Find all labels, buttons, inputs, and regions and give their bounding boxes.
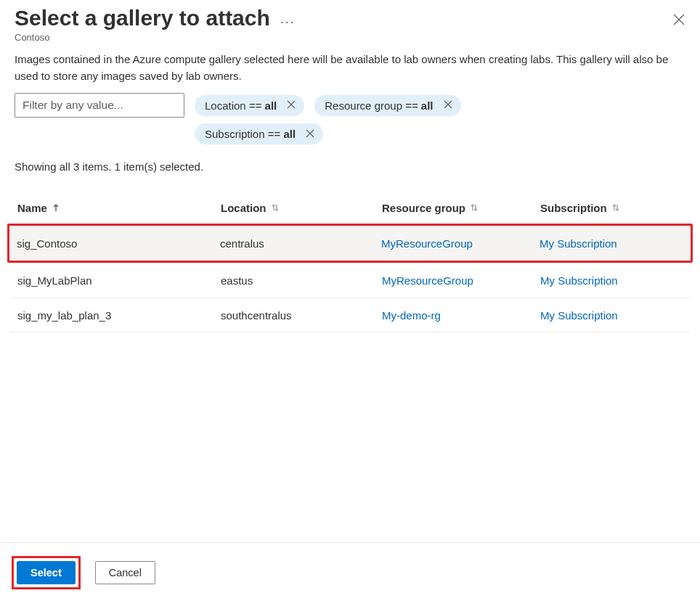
- column-header-resource-group[interactable]: Resource group: [382, 202, 540, 214]
- table-row[interactable]: sig_Contoso centralus MyResourceGroup My…: [9, 226, 691, 261]
- select-button[interactable]: Select: [17, 561, 76, 584]
- panel-footer: Select Cancel: [0, 542, 700, 601]
- cell-resource-group-link[interactable]: My-demo-rg: [382, 309, 540, 322]
- column-header-name[interactable]: Name: [17, 202, 221, 214]
- filter-input[interactable]: [15, 93, 184, 118]
- sort-icon: [611, 203, 620, 212]
- gallery-table: Name Location Resource group Subscriptio…: [0, 180, 700, 542]
- sort-icon: [271, 203, 280, 212]
- cell-location: centralus: [220, 237, 381, 250]
- more-actions-icon[interactable]: ···: [280, 8, 296, 28]
- cell-location: eastus: [221, 274, 382, 287]
- close-icon[interactable]: [672, 6, 685, 28]
- filter-pill-location-text: Location == all: [205, 99, 277, 112]
- title-row: Select a gallery to attach ···: [15, 6, 672, 30]
- panel-title: Select a gallery to attach: [15, 6, 270, 30]
- column-header-name-label: Name: [17, 202, 47, 214]
- column-header-subscription[interactable]: Subscription: [540, 202, 683, 214]
- cell-name: sig_MyLabPlan: [17, 274, 221, 287]
- cell-resource-group-link[interactable]: MyResourceGroup: [381, 237, 540, 250]
- cell-subscription-link[interactable]: My Subscription: [540, 237, 683, 250]
- table-row[interactable]: sig_MyLabPlan eastus MyResourceGroup My …: [10, 263, 690, 298]
- filters-row-2: Subscription == all: [0, 123, 700, 150]
- remove-filter-location-icon[interactable]: [284, 99, 298, 111]
- cell-name: sig_Contoso: [17, 237, 220, 250]
- cell-resource-group-link[interactable]: MyResourceGroup: [382, 274, 540, 287]
- filters-row: Location == all Resource group == all: [0, 87, 700, 123]
- sort-asc-icon: [52, 203, 60, 212]
- column-header-location[interactable]: Location: [221, 202, 382, 214]
- cell-name: sig_my_lab_plan_3: [17, 309, 221, 322]
- filter-pill-resource-group[interactable]: Resource group == all: [314, 95, 460, 116]
- filter-pill-subscription[interactable]: Subscription == all: [195, 123, 323, 144]
- cell-subscription-link[interactable]: My Subscription: [540, 274, 683, 287]
- panel-description: Images contained in the Azure compute ga…: [0, 43, 700, 87]
- table-row[interactable]: sig_my_lab_plan_3 southcentralus My-demo…: [10, 298, 690, 332]
- title-block: Select a gallery to attach ··· Contoso: [15, 6, 672, 43]
- column-header-rg-label: Resource group: [382, 202, 465, 214]
- table-header-row: Name Location Resource group Subscriptio…: [10, 192, 690, 224]
- cell-subscription-link[interactable]: My Subscription: [540, 309, 683, 322]
- filter-pill-location[interactable]: Location == all: [195, 95, 304, 116]
- panel-header: Select a gallery to attach ··· Contoso: [0, 6, 700, 43]
- remove-filter-rg-icon[interactable]: [441, 99, 455, 111]
- cell-location: southcentralus: [221, 309, 382, 322]
- cancel-button[interactable]: Cancel: [95, 561, 155, 584]
- selected-row-highlight: sig_Contoso centralus MyResourceGroup My…: [7, 224, 693, 263]
- remove-filter-sub-icon[interactable]: [303, 128, 317, 140]
- filter-pill-sub-text: Subscription == all: [205, 128, 296, 140]
- column-header-location-label: Location: [221, 202, 266, 214]
- select-gallery-panel: Select a gallery to attach ··· Contoso I…: [0, 0, 700, 601]
- panel-subtitle: Contoso: [15, 32, 672, 43]
- select-button-highlight: Select: [12, 556, 81, 589]
- sort-icon: [470, 203, 479, 212]
- results-status: Showing all 3 items. 1 item(s) selected.: [0, 150, 700, 180]
- filter-pill-rg-text: Resource group == all: [325, 99, 433, 112]
- column-header-sub-label: Subscription: [540, 202, 607, 214]
